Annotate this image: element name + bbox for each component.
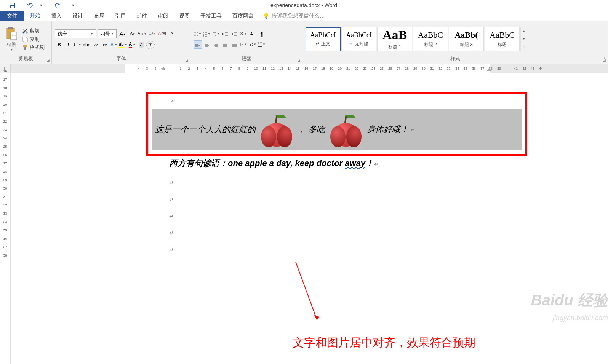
outdent-icon (222, 31, 228, 37)
cut-button[interactable]: 剪切 (21, 27, 45, 35)
horizontal-ruler[interactable]: 4321123456789101112131415161718192021222… (11, 64, 608, 73)
clipboard-launcher[interactable]: ◢ (45, 57, 51, 63)
right-indent-marker[interactable] (487, 68, 491, 72)
style-preview: AaB (382, 28, 407, 42)
change-case-button[interactable]: Aa▼ (138, 30, 146, 38)
apple-image[interactable] (259, 112, 294, 147)
collapse-ribbon-button[interactable]: ^ (603, 56, 606, 62)
align-justify-button[interactable] (221, 40, 229, 49)
style-heading2[interactable]: AaBbC 标题 2 (413, 27, 448, 51)
style-preview: AaBb( (454, 30, 478, 40)
highlight-button[interactable]: ab▼ (119, 41, 127, 49)
bold-button[interactable]: B (55, 41, 63, 49)
file-tab[interactable]: 文件 (0, 11, 24, 21)
align-distributed-button[interactable] (230, 40, 238, 49)
ribbon-tabs: 文件 开始 插入 设计 布局 引用 邮件 审阅 视图 开发工具 百度网盘 💡 告… (0, 11, 608, 21)
shading-button[interactable]: ▼ (248, 40, 257, 49)
save-button[interactable] (7, 0, 18, 11)
gallery-up[interactable]: ▴ (521, 27, 527, 35)
text-span: ， 多吃 (298, 124, 325, 135)
increase-indent-button[interactable] (230, 30, 238, 38)
decrease-indent-button[interactable] (221, 30, 229, 38)
sort-button[interactable]: A↓ (248, 30, 257, 38)
clipboard-paste-icon (5, 27, 18, 40)
font-size-combo[interactable]: 四号▼ (98, 29, 117, 38)
tab-mailings[interactable]: 邮件 (131, 11, 152, 21)
vertical-ruler[interactable]: 1617181920212223242526272829303132333435… (0, 73, 11, 364)
text-line-2[interactable]: 西方有句谚语：one apple a day, keep doctor away… (169, 158, 527, 169)
paste-button[interactable]: 粘贴 ▼ (3, 26, 20, 52)
style-normal[interactable]: AaBbCcI ↵ 正文 (306, 27, 341, 51)
style-nospacing[interactable]: AaBbCcI ↵ 无间隔 (341, 27, 376, 51)
show-marks-button[interactable]: ¶ (258, 30, 266, 38)
annotation-text: 文字和图片居中对齐，效果符合预期 (293, 335, 475, 351)
tab-baidu[interactable]: 百度网盘 (227, 11, 259, 21)
shrink-font-button[interactable]: A▾ (128, 30, 136, 38)
font-name-combo[interactable]: 仿宋▼ (55, 29, 96, 38)
tell-me-search[interactable]: 💡 告诉我您想要做什么… (263, 13, 325, 19)
asian-layout-button[interactable]: ✕▼ (239, 30, 248, 38)
font-launcher[interactable]: ◢ (184, 57, 189, 63)
apple-image[interactable] (329, 112, 363, 147)
paragraph-mark: ↵ (374, 161, 378, 167)
italic-button[interactable]: I (64, 41, 72, 49)
tab-review[interactable]: 审阅 (152, 11, 174, 21)
character-border-button[interactable]: A (168, 30, 176, 38)
paragraph-mark: ↵ (171, 98, 522, 104)
copy-button[interactable]: 复制 (21, 35, 45, 43)
group-font: 仿宋▼ 四号▼ A▴ A▾ Aa▼ wén A⌫ A B I U▼ abc x2… (52, 21, 190, 64)
align-center-button[interactable] (203, 40, 211, 49)
tab-developer[interactable]: 开发工具 (195, 11, 227, 21)
format-painter-button[interactable]: 格式刷 (21, 44, 45, 51)
superscript-button[interactable]: x2 (101, 41, 109, 49)
style-preview: AaBbCcI (346, 31, 372, 39)
redo-button[interactable] (52, 0, 62, 11)
subscript-button[interactable]: x2 (91, 41, 100, 49)
tab-references[interactable]: 引用 (110, 11, 131, 21)
tab-insert[interactable]: 插入 (46, 11, 67, 21)
paragraph-mark: ↵ (169, 230, 527, 236)
align-right-button[interactable] (212, 40, 220, 49)
gallery-expand[interactable]: ⤢ (521, 43, 527, 51)
clear-formatting-button[interactable]: A⌫ (158, 30, 166, 38)
bullets-button[interactable]: ▼ (194, 30, 202, 38)
copy-label: 复制 (30, 36, 40, 43)
tab-design[interactable]: 设计 (67, 11, 88, 21)
numbering-button[interactable]: 123▼ (203, 30, 211, 38)
qat-customize[interactable]: ▼ (70, 0, 76, 11)
align-left-button[interactable] (194, 40, 202, 49)
strikethrough-button[interactable]: abc (82, 41, 91, 49)
text-effects-button[interactable]: A▼ (110, 41, 118, 49)
tab-layout[interactable]: 布局 (88, 11, 110, 21)
grow-font-button[interactable]: A▴ (118, 30, 126, 38)
document-area[interactable]: ↵ 这是一个一个大大的红红的 ， 多吃 身体好哦！ ↵ 西方有句谚语：one a… (11, 73, 608, 364)
line-spacing-button[interactable]: ▼ (239, 40, 248, 49)
style-title[interactable]: AaBbC 标题 (485, 27, 520, 51)
underline-button[interactable]: U▼ (73, 41, 82, 49)
font-color-button[interactable]: A▼ (128, 41, 136, 49)
gallery-down[interactable]: ▾ (521, 35, 527, 43)
undo-button[interactable] (26, 0, 36, 11)
annotation-highlight-box: ↵ 这是一个一个大大的红红的 ， 多吃 身体好哦！ ↵ (146, 92, 527, 156)
first-line-indent-marker[interactable] (161, 68, 165, 72)
character-shading-button[interactable]: A (137, 41, 146, 49)
svg-rect-14 (24, 47, 26, 50)
svg-point-17 (195, 33, 196, 34)
borders-icon (258, 42, 262, 47)
enclose-characters-button[interactable]: 字 (146, 41, 155, 49)
style-heading1[interactable]: AaB 标题 1 (377, 27, 412, 51)
phonetic-guide-button[interactable]: wén (148, 30, 156, 38)
lightbulb-icon: 💡 (263, 13, 269, 19)
group-paragraph: ▼ 123▼ ▼ ✕▼ A↓ ¶ ▼ ▼ ▼ 段落 ◢ (190, 21, 302, 64)
style-heading3[interactable]: AaBb( 标题 3 (449, 27, 484, 51)
align-justify-icon (222, 42, 228, 47)
tab-view[interactable]: 视图 (174, 11, 195, 21)
multilevel-list-button[interactable]: ▼ (212, 30, 220, 38)
borders-button[interactable]: ▼ (258, 40, 266, 49)
style-name: 标题 3 (460, 42, 473, 48)
selected-text-line[interactable]: 这是一个一个大大的红红的 ， 多吃 身体好哦！ ↵ (152, 109, 522, 150)
tab-home[interactable]: 开始 (24, 11, 46, 21)
style-preview: AaBbCcI (310, 31, 336, 39)
undo-dropdown[interactable]: ▼ (38, 0, 44, 11)
paragraph-launcher[interactable]: ◢ (296, 57, 301, 63)
